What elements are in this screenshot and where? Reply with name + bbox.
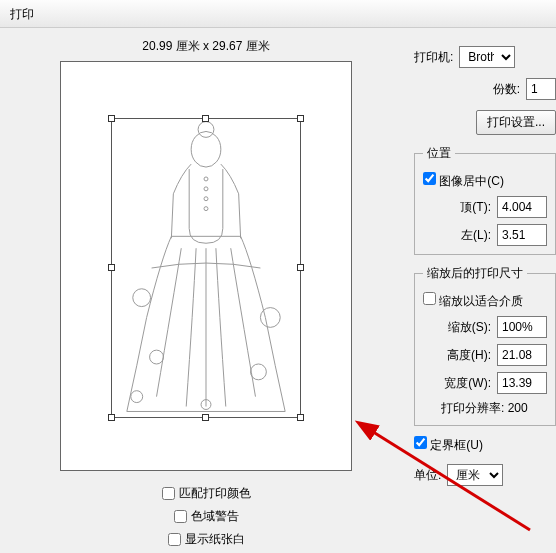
height-label: 高度(H): <box>441 347 491 364</box>
top-input[interactable] <box>497 196 547 218</box>
resize-handle[interactable] <box>202 414 209 421</box>
top-label: 顶(T): <box>441 199 491 216</box>
page-dimensions: 20.99 厘米 x 29.67 厘米 <box>10 38 402 61</box>
preview-image <box>112 119 300 417</box>
svg-point-7 <box>260 308 280 328</box>
paper-preview <box>60 61 352 471</box>
left-input[interactable] <box>497 224 547 246</box>
position-group: 位置 图像居中(C) 顶(T): 左(L): <box>414 145 556 255</box>
resize-handle[interactable] <box>297 414 304 421</box>
svg-point-0 <box>191 131 221 167</box>
svg-point-6 <box>133 289 151 307</box>
resize-handle[interactable] <box>202 115 209 122</box>
resize-handle[interactable] <box>108 264 115 271</box>
resize-handle[interactable] <box>297 264 304 271</box>
height-input[interactable] <box>497 344 547 366</box>
svg-point-5 <box>204 207 208 211</box>
svg-point-4 <box>204 197 208 201</box>
scaled-print-size-group: 缩放后的打印尺寸 缩放以适合介质 缩放(S): 高度(H): 宽度(W): 打印… <box>414 265 556 426</box>
scale-legend: 缩放后的打印尺寸 <box>423 265 527 282</box>
match-print-color-checkbox[interactable]: 匹配打印颜色 <box>162 485 251 502</box>
svg-point-1 <box>198 122 214 138</box>
svg-point-10 <box>131 391 143 403</box>
resize-handle[interactable] <box>297 115 304 122</box>
resize-handle[interactable] <box>108 414 115 421</box>
window-title: 打印 <box>10 7 34 21</box>
show-paper-white-checkbox[interactable]: 显示纸张白 <box>168 531 245 548</box>
scale-to-fit-checkbox[interactable]: 缩放以适合介质 <box>423 292 523 310</box>
svg-point-3 <box>204 187 208 191</box>
title-bar: 打印 <box>0 0 556 28</box>
width-input[interactable] <box>497 372 547 394</box>
position-legend: 位置 <box>423 145 455 162</box>
center-image-checkbox[interactable]: 图像居中(C) <box>423 172 504 190</box>
scale-input[interactable] <box>497 316 547 338</box>
resize-handle[interactable] <box>108 115 115 122</box>
scale-label: 缩放(S): <box>441 319 491 336</box>
printer-label: 打印机: <box>414 49 453 66</box>
bounding-box-checkbox[interactable]: 定界框(U) <box>414 436 483 454</box>
print-settings-button[interactable]: 打印设置... <box>476 110 556 135</box>
units-select[interactable]: 厘米 <box>447 464 503 486</box>
units-label: 单位: <box>414 467 441 484</box>
left-label: 左(L): <box>441 227 491 244</box>
width-label: 宽度(W): <box>441 375 491 392</box>
svg-point-9 <box>251 364 267 380</box>
printer-select[interactable]: Brother <box>459 46 515 68</box>
image-bounding-box[interactable] <box>111 118 301 418</box>
gamut-warning-checkbox[interactable]: 色域警告 <box>174 508 239 525</box>
svg-point-2 <box>204 177 208 181</box>
copies-label: 份数: <box>493 81 520 98</box>
svg-point-8 <box>150 350 164 364</box>
copies-input[interactable] <box>526 78 556 100</box>
print-resolution: 打印分辨率: 200 <box>423 400 547 417</box>
